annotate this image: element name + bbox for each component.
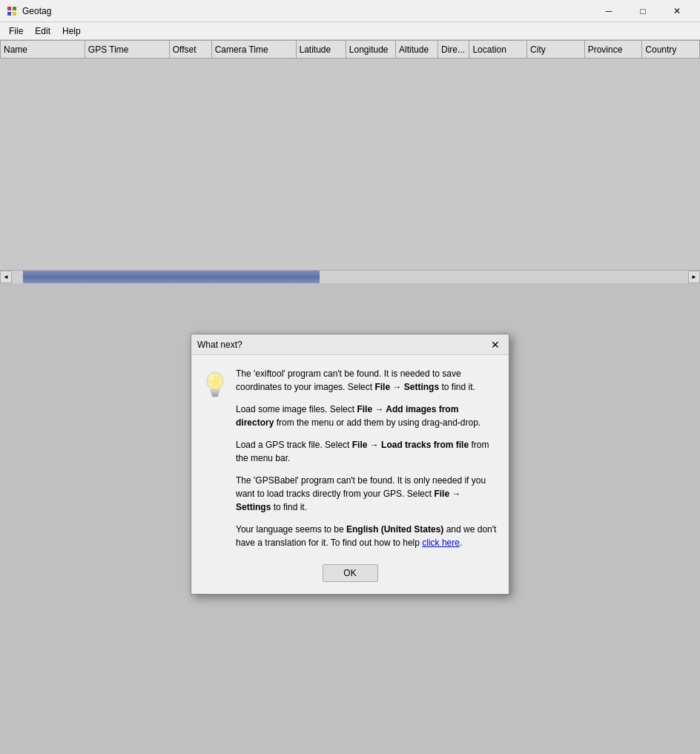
dialog-title-bar: What next? ✕ bbox=[191, 334, 509, 355]
dialog-paragraph-2: Load some image files. Select File → Add… bbox=[236, 403, 497, 429]
what-next-dialog: What next? ✕ bbox=[191, 334, 509, 595]
dialog-content: The 'exiftool' program can't be found. I… bbox=[191, 355, 509, 558]
dialog-overlay: What next? ✕ bbox=[0, 0, 700, 754]
ok-button[interactable]: OK bbox=[323, 564, 378, 582]
dialog-paragraph-4: The 'GPSBabel' program can't be found. I… bbox=[236, 474, 497, 514]
dialog-paragraph-1: The 'exiftool' program can't be found. I… bbox=[236, 367, 497, 394]
svg-point-9 bbox=[210, 374, 214, 380]
dialog-p1-bold: File → Settings bbox=[374, 382, 439, 392]
dialog-title: What next? bbox=[197, 340, 242, 350]
dialog-p4-bold: File → Settings bbox=[236, 489, 460, 512]
lightbulb-icon bbox=[203, 370, 227, 394]
click-here-link[interactable]: click here bbox=[422, 538, 460, 548]
dialog-footer: OK bbox=[191, 558, 509, 594]
dialog-paragraph-5: Your language seems to be English (Unite… bbox=[236, 523, 497, 549]
dialog-p5-bold: English (United States) bbox=[346, 524, 443, 535]
svg-rect-8 bbox=[212, 394, 218, 397]
svg-rect-7 bbox=[211, 392, 219, 394]
dialog-message: The 'exiftool' program can't be found. I… bbox=[236, 367, 497, 549]
dialog-paragraph-3: Load a GPS track file. Select File → Loa… bbox=[236, 438, 497, 465]
dialog-p2-bold: File → Add images from directory bbox=[236, 404, 458, 428]
svg-rect-6 bbox=[211, 389, 219, 392]
dialog-close-button[interactable]: ✕ bbox=[488, 337, 503, 352]
dialog-p3-bold: File → Load tracks from file bbox=[352, 440, 469, 450]
